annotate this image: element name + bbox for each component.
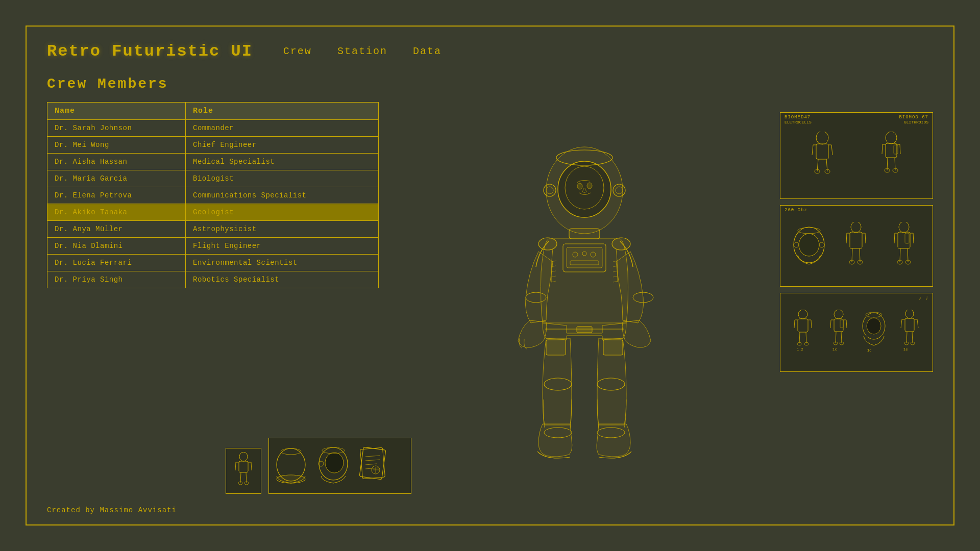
crew-role-cell: Biologist xyxy=(185,170,378,187)
panel-top-right-sublabel: GLITHROIDS xyxy=(904,120,928,124)
svg-text:1x: 1x xyxy=(832,347,837,352)
nav-station[interactable]: Station xyxy=(337,45,387,57)
svg-text:1e: 1e xyxy=(903,347,908,352)
bottom-floating-panels xyxy=(226,438,411,494)
crew-name-cell: Dr. Aisha Hassan xyxy=(47,154,186,170)
svg-rect-97 xyxy=(834,319,843,332)
crew-role-cell: Commander xyxy=(185,120,378,137)
small-helmet-1: 1c xyxy=(857,310,891,353)
header: Retro Futuristic UI Crew Station Data xyxy=(47,42,933,61)
svg-line-70 xyxy=(852,248,852,262)
crew-name-cell: Dr. Maria Garcia xyxy=(47,170,186,187)
figure-1 xyxy=(789,131,855,178)
suit-figure-1 xyxy=(834,222,879,273)
svg-line-142 xyxy=(365,456,380,457)
svg-line-103 xyxy=(836,332,836,343)
svg-line-128 xyxy=(251,462,252,470)
table-row[interactable]: Dr. Anya MüllerAstrophysicist xyxy=(47,221,379,238)
svg-point-64 xyxy=(851,222,861,233)
svg-line-116 xyxy=(901,319,902,328)
crew-name-cell: Dr. Nia Dlamini xyxy=(47,238,186,255)
crew-name-cell: Dr. Anya Müller xyxy=(47,221,186,238)
svg-point-62 xyxy=(794,242,799,247)
svg-line-144 xyxy=(365,464,377,465)
svg-rect-21 xyxy=(577,327,592,333)
svg-rect-10 xyxy=(569,229,600,239)
svg-line-143 xyxy=(365,460,380,461)
svg-line-129 xyxy=(240,472,241,483)
svg-rect-76 xyxy=(905,233,909,243)
svg-point-63 xyxy=(819,242,824,247)
table-row[interactable]: Dr. Nia DlaminiFlight Engineer xyxy=(47,238,379,255)
svg-line-81 xyxy=(900,248,900,262)
crew-table: Name Role Dr. Sarah JohnsonCommanderDr. … xyxy=(47,102,379,288)
svg-line-80 xyxy=(913,233,914,243)
crew-role-cell: Communications Specialist xyxy=(185,187,378,204)
svg-rect-141 xyxy=(360,447,385,479)
small-figure-1: 1.2 xyxy=(787,310,820,353)
svg-rect-113 xyxy=(905,318,914,332)
svg-point-60 xyxy=(799,234,819,256)
app-title: Retro Futuristic UI xyxy=(47,42,253,61)
svg-line-104 xyxy=(841,332,842,343)
crew-role-cell: Medical Specialist xyxy=(185,154,378,170)
nav-links: Crew Station Data xyxy=(283,45,442,57)
svg-point-123 xyxy=(239,452,248,461)
svg-rect-98 xyxy=(840,320,843,328)
svg-line-92 xyxy=(806,332,806,343)
crew-role-cell: Environmental Scientist xyxy=(185,255,378,271)
svg-point-38 xyxy=(816,132,828,144)
main-content: Name Role Dr. Sarah JohnsonCommanderDr. … xyxy=(47,102,933,503)
table-row[interactable]: Dr. Akiko TanakaGeologist xyxy=(47,204,379,221)
svg-point-18 xyxy=(612,238,630,250)
table-row[interactable]: Dr. Lucia FerrariEnvironmental Scientist xyxy=(47,255,379,271)
svg-line-71 xyxy=(860,248,860,262)
svg-point-137 xyxy=(325,453,344,473)
svg-point-112 xyxy=(905,310,914,318)
helmet-figure xyxy=(787,223,832,272)
panel-top-sublabel: ELETROCELLS xyxy=(785,120,812,124)
svg-point-109 xyxy=(867,318,881,334)
nav-data[interactable]: Data xyxy=(413,45,442,57)
panel-top-label: BIOMED47 xyxy=(785,115,811,120)
float-panel-main xyxy=(268,438,411,494)
svg-point-74 xyxy=(899,222,909,233)
float-figure-1 xyxy=(226,448,261,494)
crew-role-cell: Robotics Specialist xyxy=(185,271,378,288)
crew-name-cell: Dr. Lucia Ferrari xyxy=(47,255,186,271)
panel-mid-label: 260 Ghz xyxy=(785,208,807,213)
equip-panel-mid: 260 Ghz xyxy=(780,205,933,287)
svg-rect-140 xyxy=(359,447,386,480)
right-panel: BIOMED47 ELETROCELLS BIOMOD 67 GLITHROID… xyxy=(399,102,933,503)
svg-line-79 xyxy=(894,233,895,243)
crew-name-cell: Dr. Sarah Johnson xyxy=(47,120,186,137)
crew-role-cell: Flight Engineer xyxy=(185,238,378,255)
svg-point-61 xyxy=(798,228,820,234)
crew-role-cell: Chief Engineer xyxy=(185,137,378,154)
table-row[interactable]: Dr. Sarah JohnsonCommander xyxy=(47,120,379,137)
svg-line-68 xyxy=(846,233,847,243)
col-header-name: Name xyxy=(47,103,186,120)
svg-line-90 xyxy=(811,320,812,328)
crew-role-cell: Astrophysicist xyxy=(185,221,378,238)
equip-panel-bot: ♪ ♩ xyxy=(780,293,933,372)
crew-role-cell: Geologist xyxy=(185,204,378,221)
table-row[interactable]: Dr. Mei WongChief Engineer xyxy=(47,137,379,154)
table-row[interactable]: Dr. Priya SinghRobotics Specialist xyxy=(47,271,379,288)
table-row[interactable]: Dr. Aisha HassanMedical Specialist xyxy=(47,154,379,170)
nav-crew[interactable]: Crew xyxy=(283,45,312,57)
crew-name-cell: Dr. Mei Wong xyxy=(47,137,186,154)
svg-line-89 xyxy=(794,320,795,328)
svg-line-117 xyxy=(917,319,918,328)
table-row[interactable]: Dr. Maria GarciaBiologist xyxy=(47,170,379,187)
figure-2 xyxy=(857,131,924,178)
equipment-panels: BIOMED47 ELETROCELLS BIOMOD 67 GLITHROID… xyxy=(780,102,933,503)
crew-name-cell: Dr. Akiko Tanaka xyxy=(47,204,186,221)
svg-point-96 xyxy=(834,310,843,319)
astronaut-illustration xyxy=(487,139,681,466)
svg-rect-65 xyxy=(850,232,862,248)
table-row[interactable]: Dr. Elena PetrovaCommunications Speciali… xyxy=(47,187,379,204)
svg-point-135 xyxy=(281,448,301,455)
main-frame: Retro Futuristic UI Crew Station Data Cr… xyxy=(26,26,954,525)
svg-line-119 xyxy=(912,332,913,343)
